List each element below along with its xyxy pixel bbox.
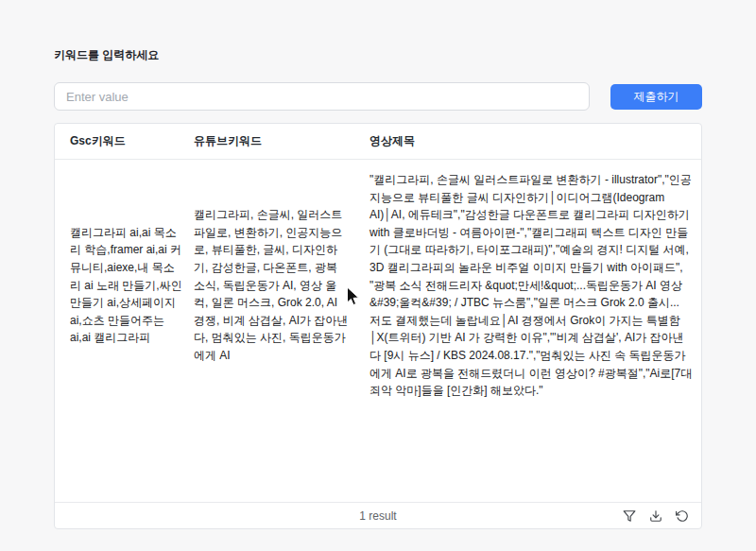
cell-youtube-keyword: 캘리그라피, 손글씨, 일러스트파일로, 변환하기, 인공지능으로, 뷰티풀한,… <box>194 206 354 364</box>
table-footer: 1 result <box>55 502 701 528</box>
table-header-row: Gsc키워드 유튜브키워드 영상제목 <box>55 124 701 160</box>
column-header-gsc-keyword: Gsc키워드 <box>55 124 194 159</box>
page: 키워드를 입력하세요 제출하기 Gsc키워드 유튜브키워드 영상제목 캘리그라피… <box>0 0 756 551</box>
table-row[interactable]: 캘리그라피 ai,ai 목소리 학습,framer ai,ai 커뮤니티,aie… <box>55 160 701 411</box>
keyword-label: 키워드를 입력하세요 <box>54 47 702 63</box>
footer-toolbar <box>622 503 690 528</box>
cell-gsc-keyword: 캘리그라피 ai,ai 목소리 학습,framer ai,ai 커뮤니티,aie… <box>55 224 194 347</box>
table-body: 캘리그라피 ai,ai 목소리 학습,framer ai,ai 커뮤니티,aie… <box>55 160 701 502</box>
column-header-video-title: 영상제목 <box>354 124 701 159</box>
submit-button[interactable]: 제출하기 <box>610 84 702 110</box>
refresh-icon[interactable] <box>675 508 690 524</box>
main-content: 키워드를 입력하세요 제출하기 Gsc키워드 유튜브키워드 영상제목 캘리그라피… <box>54 47 702 529</box>
column-header-youtube-keyword: 유튜브키워드 <box>194 124 354 159</box>
filter-icon[interactable] <box>622 508 637 524</box>
keyword-form: 제출하기 <box>54 82 702 111</box>
cell-video-title: "캘리그라피, 손글씨 일러스트파일로 변환하기 - illustrator",… <box>354 171 701 400</box>
results-table: Gsc키워드 유튜브키워드 영상제목 캘리그라피 ai,ai 목소리 학습,fr… <box>54 123 702 529</box>
result-count: 1 result <box>359 509 396 523</box>
keyword-input[interactable] <box>54 82 590 111</box>
download-icon[interactable] <box>648 508 663 524</box>
